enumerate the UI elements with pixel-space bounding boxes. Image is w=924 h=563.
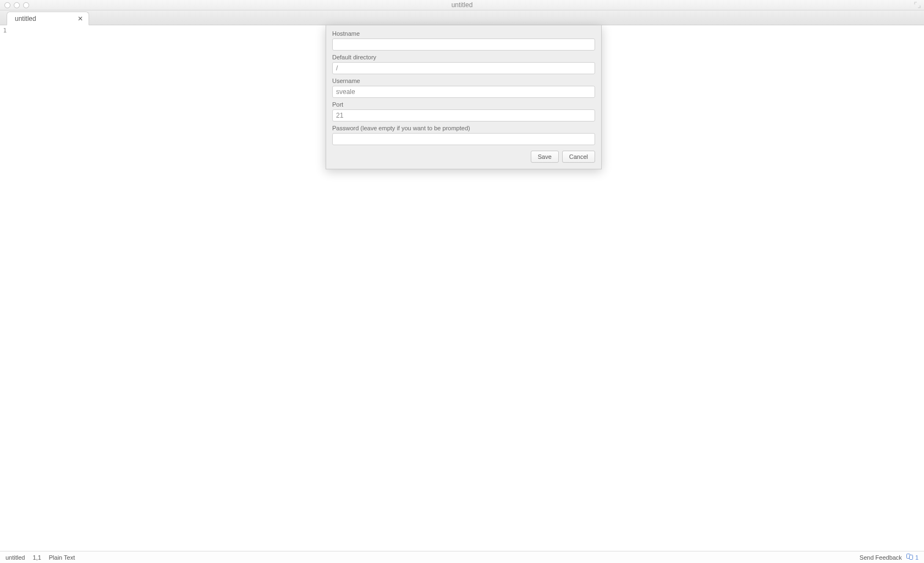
username-label: Username <box>332 78 595 84</box>
workspace: 1 Hostname Default directory Username Po… <box>0 25 924 551</box>
notification-icon <box>906 554 914 561</box>
notification-indicator[interactable]: 1 <box>906 554 919 561</box>
line-gutter: 1 <box>0 25 8 551</box>
minimize-window-icon[interactable] <box>14 2 20 8</box>
port-input[interactable] <box>332 109 595 122</box>
line-number: 1 <box>0 27 7 34</box>
hostname-input[interactable] <box>332 38 595 51</box>
notification-count: 1 <box>915 554 919 561</box>
password-label: Password (leave empty if you want to be … <box>332 125 595 131</box>
svg-rect-1 <box>909 555 912 560</box>
hostname-label: Hostname <box>332 30 595 37</box>
status-filename[interactable]: untitled <box>6 554 25 561</box>
window-title: untitled <box>0 1 924 9</box>
titlebar: untitled <box>0 0 924 10</box>
cancel-button[interactable]: Cancel <box>562 151 595 163</box>
tab-label: untitled <box>15 15 36 23</box>
statusbar: untitled 1,1 Plain Text Send Feedback 1 <box>0 551 924 563</box>
traffic-lights <box>0 2 29 8</box>
port-label: Port <box>332 101 595 108</box>
status-syntax[interactable]: Plain Text <box>49 554 75 561</box>
directory-label: Default directory <box>332 54 595 60</box>
close-icon[interactable]: ✕ <box>76 15 84 23</box>
save-button[interactable]: Save <box>531 151 559 163</box>
zoom-window-icon[interactable] <box>23 2 29 8</box>
fullscreen-icon[interactable] <box>914 2 921 8</box>
directory-input[interactable] <box>332 62 595 74</box>
tabbar: untitled ✕ <box>0 10 924 25</box>
password-input[interactable] <box>332 133 595 145</box>
close-window-icon[interactable] <box>4 2 10 8</box>
send-feedback-link[interactable]: Send Feedback <box>860 554 902 561</box>
status-position[interactable]: 1,1 <box>32 554 41 561</box>
username-input[interactable] <box>332 86 595 98</box>
connection-dialog: Hostname Default directory Username Port… <box>326 25 602 169</box>
tab-untitled[interactable]: untitled ✕ <box>7 12 89 25</box>
